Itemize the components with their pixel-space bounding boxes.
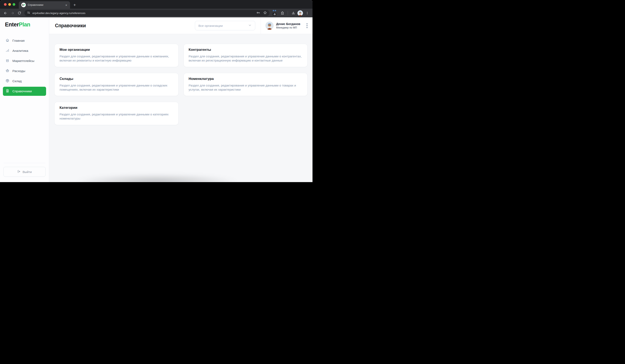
bookmark-star-icon[interactable] <box>263 11 267 15</box>
sidebar-item-expenses[interactable]: Расходы <box>3 66 46 76</box>
shopping-bag-icon <box>5 58 9 63</box>
user-block: Денис Богданов Менеджер по МП <box>261 22 312 30</box>
user-text: Денис Богданов Менеджер по МП <box>276 22 300 29</box>
browser-tab[interactable]: EP Справочники × <box>19 1 70 9</box>
close-window-button[interactable] <box>4 3 7 6</box>
card-nomenclature[interactable]: Номенклатура Раздел для создания, редакт… <box>184 73 308 96</box>
organization-select-value: Все организации <box>198 24 248 28</box>
card-categories[interactable]: Категории Раздел для создания, редактиро… <box>54 102 179 125</box>
header-right: Все организации Денис Богданов Менеджер … <box>195 17 312 34</box>
url-text[interactable]: erp4seller.dev.legacy-agency.ru/referenc… <box>32 12 254 15</box>
sidebar-item-references[interactable]: Справочники <box>3 87 46 96</box>
back-icon[interactable] <box>2 10 8 16</box>
bar-chart-icon <box>5 48 9 53</box>
browser-toolbar: erp4seller.dev.legacy-agency.ru/referenc… <box>0 9 312 17</box>
user-avatar <box>265 22 274 30</box>
sidebar-divider <box>4 163 45 163</box>
logout-label: Выйти <box>23 170 32 174</box>
browser-window: EP Справочники × + erp4seller.dev.legacy… <box>0 0 312 182</box>
site-settings-icon[interactable] <box>27 11 30 15</box>
close-tab-icon[interactable]: × <box>64 3 68 7</box>
main-area: Справочники Все организации Денис Богдан… <box>49 17 312 182</box>
card-counterparties[interactable]: Контрагенты Раздел для создания, редакти… <box>184 44 308 67</box>
enterplan-logo: EnterPlan <box>5 22 46 28</box>
traffic-lights <box>4 0 15 9</box>
sidebar-item-marketplaces[interactable]: Маркетплейсы <box>3 56 46 65</box>
card-description: Раздел для создания, редактирования и уп… <box>189 84 303 92</box>
minimize-window-button[interactable] <box>8 3 11 6</box>
package-icon <box>5 79 9 84</box>
sidebar-item-label: Расходы <box>12 69 25 73</box>
sidebar-item-label: Маркетплейсы <box>12 59 34 63</box>
card-description: Раздел для создания, редактирования и уп… <box>60 84 173 92</box>
page-header: Справочники Все организации Денис Богдан… <box>49 17 312 34</box>
sidebar-nav: Главная Аналитика Маркетплейсы Расходы С… <box>3 36 46 96</box>
chevron-down-icon <box>248 23 252 28</box>
omnibox-actions <box>256 11 267 15</box>
home-icon <box>5 38 9 43</box>
card-title: Склады <box>60 77 173 81</box>
sidebar-item-warehouse[interactable]: Склад <box>3 77 46 86</box>
sidebar-item-label: Главная <box>12 39 25 43</box>
sidebar-item-home[interactable]: Главная <box>3 36 46 45</box>
sidebar-item-label: Склад <box>12 79 22 83</box>
toolbar-separator <box>288 11 288 15</box>
temperature-badge: -5 <box>272 12 277 16</box>
card-title: Категории <box>60 106 173 110</box>
card-description: Раздел для создания, редактирования и уп… <box>60 112 173 121</box>
snowflakes-icon: ❄❄ <box>273 9 277 12</box>
card-description: Раздел для создания, редактирования и уп… <box>60 54 173 63</box>
organization-select[interactable]: Все организации <box>195 21 255 30</box>
sidebar-item-label: Справочники <box>12 89 32 93</box>
tab-strip: EP Справочники × + <box>0 0 312 9</box>
file-sliders-icon <box>5 89 9 94</box>
card-my-organizations[interactable]: Мои организации Раздел для создания, ред… <box>54 44 179 67</box>
references-grid: Мои организации Раздел для создания, ред… <box>49 34 312 182</box>
card-title: Номенклатура <box>189 77 303 81</box>
user-menu-icon[interactable] <box>306 22 308 29</box>
card-title: Мои организации <box>60 48 173 52</box>
page-title: Справочники <box>55 23 86 28</box>
forward-icon[interactable] <box>9 10 15 16</box>
basket-icon <box>5 69 9 74</box>
user-role: Менеджер по МП <box>276 26 300 29</box>
downloads-icon[interactable] <box>290 10 296 16</box>
browser-menu-icon[interactable] <box>304 10 310 16</box>
favicon-ep-icon: EP <box>21 3 26 7</box>
card-warehouses[interactable]: Склады Раздел для создания, редактирован… <box>54 73 179 96</box>
app-root: EnterPlan Главная Аналитика Маркетплейсы <box>0 17 312 182</box>
logout-button[interactable]: Выйти <box>3 167 46 177</box>
user-name: Денис Богданов <box>276 22 300 26</box>
sidebar-item-analytics[interactable]: Аналитика <box>3 46 46 55</box>
extensions-puzzle-icon[interactable] <box>280 10 285 16</box>
card-title: Контрагенты <box>189 48 303 52</box>
zoom-window-button[interactable] <box>13 3 15 6</box>
sidebar-item-label: Аналитика <box>12 49 28 53</box>
password-key-icon[interactable] <box>256 11 260 15</box>
new-tab-button[interactable]: + <box>73 2 76 7</box>
url-bar[interactable]: erp4seller.dev.legacy-agency.ru/referenc… <box>24 10 270 16</box>
logout-icon <box>17 170 21 174</box>
weather-extension-icon[interactable]: ❄❄ -5 <box>272 10 278 16</box>
browser-profile-avatar[interactable] <box>297 10 303 16</box>
sidebar: EnterPlan Главная Аналитика Маркетплейсы <box>0 17 49 182</box>
bottom-shadow <box>72 174 241 182</box>
card-description: Раздел для создания, редактирования и уп… <box>189 54 303 63</box>
reload-icon[interactable] <box>17 10 22 16</box>
tab-title: Справочники <box>28 3 62 6</box>
